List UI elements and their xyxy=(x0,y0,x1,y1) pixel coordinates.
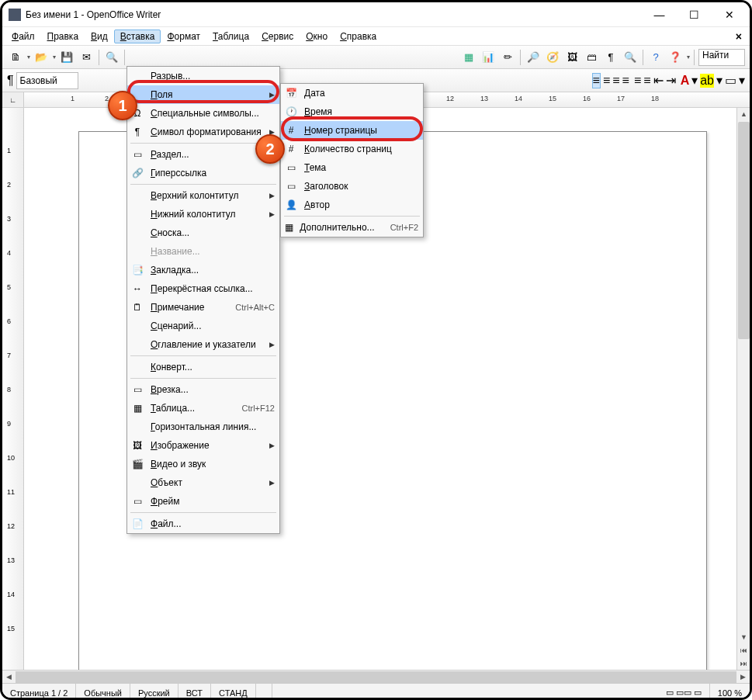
chart-icon[interactable]: 📊 xyxy=(480,49,497,66)
open-icon[interactable]: 📂 xyxy=(33,49,50,66)
gallery-icon[interactable]: 🖼 xyxy=(563,49,580,66)
numbered-list-icon[interactable]: ≡ xyxy=(634,74,641,88)
insert-item-21[interactable]: ▦Таблица...Ctrl+F12 xyxy=(127,399,279,418)
fields-item-4[interactable]: ▭Тема xyxy=(281,158,423,177)
find-input[interactable]: Найти xyxy=(698,49,745,66)
email-icon[interactable]: ✉ xyxy=(78,49,95,66)
insert-item-16[interactable]: Оглавление и указатели▶ xyxy=(127,335,279,354)
insert-menu: Разрыв...Поля▶ΩСпециальные символы...¶Си… xyxy=(126,66,280,534)
insert-label-1: Поля xyxy=(151,89,263,100)
align-center-icon[interactable]: ≡ xyxy=(603,74,610,88)
insert-label-15: Сценарий... xyxy=(151,321,275,331)
menu-вид[interactable]: Вид xyxy=(85,29,114,43)
bg-color-icon[interactable]: ▭ xyxy=(725,73,736,88)
insert-item-18[interactable]: Конверт... xyxy=(127,358,279,376)
new-doc-icon[interactable]: 🗎 xyxy=(7,49,24,66)
fields-item-3[interactable]: #Количество страниц xyxy=(281,140,423,158)
fields-item-2[interactable]: #Номер страницы xyxy=(281,121,423,140)
fields-item-8[interactable]: ▦Дополнительно...Ctrl+F2 xyxy=(281,218,423,237)
save-icon[interactable]: 💾 xyxy=(58,49,75,66)
insert-item-12[interactable]: 📑Закладка... xyxy=(127,261,279,279)
insert-item-22[interactable]: Горизонтальная линия... xyxy=(127,418,279,436)
vertical-ruler[interactable]: 123456789101112131415 xyxy=(2,108,24,670)
insert-item-3[interactable]: ¶Символ форматирования▶ xyxy=(127,123,279,141)
insert-item-26[interactable]: ▭Фрейм xyxy=(127,492,279,511)
insert-item-0[interactable]: Разрыв... xyxy=(127,67,279,85)
insert-item-9[interactable]: Нижний колонтитул▶ xyxy=(127,205,279,224)
status-page[interactable]: Страница 1 / 2 xyxy=(2,684,76,700)
menu-вставка[interactable]: Вставка xyxy=(114,29,161,43)
highlight-icon[interactable]: ab xyxy=(700,74,714,88)
fields-item-5[interactable]: ▭Заголовок xyxy=(281,177,423,196)
help-icon[interactable]: ? xyxy=(647,49,664,66)
status-selmode[interactable]: СТАНД xyxy=(211,684,256,700)
menu-справка[interactable]: Справка xyxy=(334,29,383,43)
insert-label-0: Разрыв... xyxy=(151,71,275,81)
horizontal-scrollbar[interactable]: ◀ ▶ xyxy=(2,670,750,683)
fields-icon-8: ▦ xyxy=(284,220,293,234)
insert-item-1[interactable]: Поля▶ xyxy=(127,85,279,104)
minimize-button[interactable]: — xyxy=(642,3,677,26)
insert-icon-12: 📑 xyxy=(130,263,144,277)
navigator-icon[interactable]: 🧭 xyxy=(544,49,561,66)
whatsthis-icon[interactable]: ❓ xyxy=(667,49,684,66)
document-close-icon[interactable]: × xyxy=(731,30,747,43)
status-language[interactable]: Русский xyxy=(130,684,178,700)
drawing-icon[interactable]: ✏ xyxy=(499,49,516,66)
insert-icon-14: 🗒 xyxy=(130,300,144,314)
insert-item-24[interactable]: 🎬Видео и звук xyxy=(127,455,279,473)
increase-indent-icon[interactable]: ⇥ xyxy=(666,73,676,88)
insert-icon-6: 🔗 xyxy=(130,166,144,180)
close-button[interactable]: ✕ xyxy=(712,3,747,26)
maximize-button[interactable]: ☐ xyxy=(677,3,712,26)
align-right-icon[interactable]: ≡ xyxy=(612,74,619,88)
status-style[interactable]: Обычный xyxy=(76,684,130,700)
insert-item-28[interactable]: 📄Файл... xyxy=(127,515,279,533)
status-zoom[interactable]: 100 % xyxy=(710,684,750,700)
insert-item-15[interactable]: Сценарий... xyxy=(127,317,279,335)
insert-item-8[interactable]: Верхний колонтитул▶ xyxy=(127,186,279,205)
insert-item-10[interactable]: Сноска... xyxy=(127,224,279,242)
menu-сервис[interactable]: Сервис xyxy=(255,29,300,43)
font-color-icon[interactable]: A xyxy=(681,74,690,88)
fields-item-0[interactable]: 📅Дата xyxy=(281,84,423,102)
insert-label-23: Изображение xyxy=(151,440,263,451)
paragraph-style-combo[interactable]: Базовый xyxy=(16,72,78,89)
menu-правка[interactable]: Правка xyxy=(41,29,85,43)
decrease-indent-icon[interactable]: ⇤ xyxy=(653,73,664,88)
next-page-icon[interactable]: ⏭ xyxy=(738,657,750,670)
align-left-icon[interactable]: ≡ xyxy=(592,73,601,88)
styles-icon[interactable]: ¶ xyxy=(7,74,14,88)
menu-файл[interactable]: Файл xyxy=(5,29,41,43)
insert-item-23[interactable]: 🖼Изображение▶ xyxy=(127,436,279,455)
fields-item-1[interactable]: 🕐Время xyxy=(281,102,423,121)
binoculars-icon[interactable]: 🔍 xyxy=(103,49,120,66)
insert-item-6[interactable]: 🔗Гиперссылка xyxy=(127,164,279,182)
insert-item-20[interactable]: ▭Врезка... xyxy=(127,380,279,399)
scroll-left-icon[interactable]: ◀ xyxy=(2,671,16,683)
scroll-up-icon[interactable]: ▲ xyxy=(738,108,750,120)
zoom-icon[interactable]: 🔍 xyxy=(622,49,639,66)
bullet-list-icon[interactable]: ≡ xyxy=(643,74,650,88)
fields-item-6[interactable]: 👤Автор xyxy=(281,196,423,214)
align-justify-icon[interactable]: ≡ xyxy=(622,74,629,88)
insert-item-13[interactable]: ↔Перекрёстная ссылка... xyxy=(127,279,279,298)
scroll-down-icon[interactable]: ▼ xyxy=(738,631,750,643)
status-insert[interactable]: ВСТ xyxy=(178,684,211,700)
hscroll-thumb[interactable] xyxy=(16,671,736,683)
insert-item-25[interactable]: Объект▶ xyxy=(127,473,279,492)
nonprint-icon[interactable]: ¶ xyxy=(602,49,619,66)
menu-таблица[interactable]: Таблица xyxy=(206,29,255,43)
find-replace-icon[interactable]: 🔎 xyxy=(525,49,542,66)
menu-окно[interactable]: Окно xyxy=(300,29,334,43)
insert-item-14[interactable]: 🗒ПримечаниеCtrl+Alt+C xyxy=(127,298,279,317)
table-icon[interactable]: ▦ xyxy=(460,49,477,66)
scroll-right-icon[interactable]: ▶ xyxy=(736,671,750,683)
menu-формат[interactable]: Формат xyxy=(161,29,206,43)
datasources-icon[interactable]: 🗃 xyxy=(583,49,600,66)
vertical-scrollbar[interactable]: ▲ ▼ ⏮ ⏭ xyxy=(736,108,750,670)
insert-item-2[interactable]: ΩСпециальные символы... xyxy=(127,104,279,123)
prev-page-icon[interactable]: ⏮ xyxy=(738,644,750,657)
status-viewlayout[interactable]: ▭ ▭▭ ▭ xyxy=(658,684,710,700)
scroll-thumb[interactable] xyxy=(738,122,750,339)
